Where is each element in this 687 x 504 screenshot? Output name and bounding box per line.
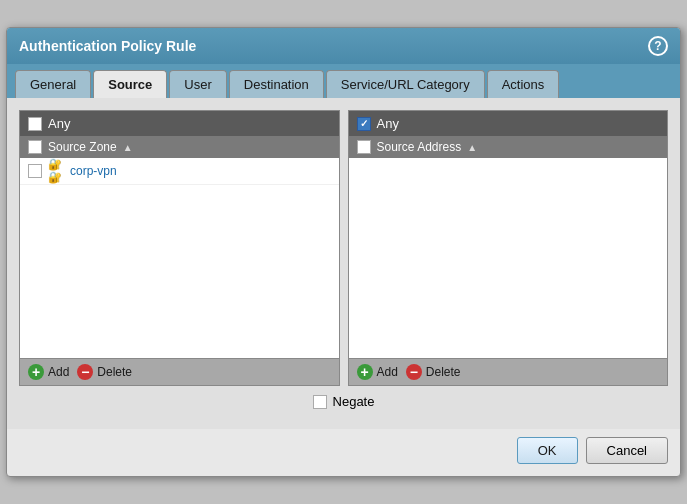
help-button[interactable]: ? [648,36,668,56]
tab-source[interactable]: Source [93,70,167,98]
negate-checkbox[interactable] [313,395,327,409]
right-any-row: Any [349,111,668,136]
dialog-title: Authentication Policy Rule [19,38,196,54]
action-buttons: OK Cancel [7,429,680,476]
vpn-icon: 🔐🔐 [48,163,64,179]
right-panel-footer: + Add − Delete [349,358,668,385]
right-delete-icon: − [406,364,422,380]
left-any-row: Any [20,111,339,136]
left-delete-button[interactable]: − Delete [77,364,132,380]
right-add-label: Add [377,365,398,379]
corp-vpn-label: corp-vpn [70,164,117,178]
cancel-button[interactable]: Cancel [586,437,668,464]
right-delete-label: Delete [426,365,461,379]
left-add-label: Add [48,365,69,379]
add-icon: + [28,364,44,380]
source-zone-select-all[interactable] [28,140,42,154]
source-zone-panel: Any Source Zone ▲ 🔐🔐 corp-vpn + [19,110,340,386]
negate-row: Negate [19,386,668,417]
source-address-panel: Any Source Address ▲ + Add − [348,110,669,386]
delete-icon: − [77,364,93,380]
source-address-items [349,158,668,358]
ok-button[interactable]: OK [517,437,578,464]
tab-destination[interactable]: Destination [229,70,324,98]
corp-vpn-checkbox[interactable] [28,164,42,178]
tab-bar: General Source User Destination Service/… [7,64,680,98]
authentication-policy-rule-dialog: Authentication Policy Rule ? General Sou… [6,27,681,477]
title-bar: Authentication Policy Rule ? [7,28,680,64]
right-any-label: Any [377,116,399,131]
right-add-icon: + [357,364,373,380]
left-panel-footer: + Add − Delete [20,358,339,385]
source-zone-items: 🔐🔐 corp-vpn [20,158,339,358]
panels-container: Any Source Zone ▲ 🔐🔐 corp-vpn + [19,110,668,386]
tab-general[interactable]: General [15,70,91,98]
left-any-checkbox[interactable] [28,117,42,131]
source-address-select-all[interactable] [357,140,371,154]
source-address-header: Source Address ▲ [349,136,668,158]
left-delete-label: Delete [97,365,132,379]
tab-content: Any Source Zone ▲ 🔐🔐 corp-vpn + [7,98,680,429]
list-item[interactable]: 🔐🔐 corp-vpn [20,158,339,185]
source-zone-header: Source Zone ▲ [20,136,339,158]
right-any-checkbox[interactable] [357,117,371,131]
negate-label: Negate [333,394,375,409]
right-add-button[interactable]: + Add [357,364,398,380]
tab-service-url[interactable]: Service/URL Category [326,70,485,98]
source-zone-label: Source Zone [48,140,117,154]
right-delete-button[interactable]: − Delete [406,364,461,380]
source-address-sort-icon[interactable]: ▲ [467,142,477,153]
source-zone-sort-icon[interactable]: ▲ [123,142,133,153]
left-any-label: Any [48,116,70,131]
tab-actions[interactable]: Actions [487,70,560,98]
source-address-label: Source Address [377,140,462,154]
left-add-button[interactable]: + Add [28,364,69,380]
tab-user[interactable]: User [169,70,226,98]
